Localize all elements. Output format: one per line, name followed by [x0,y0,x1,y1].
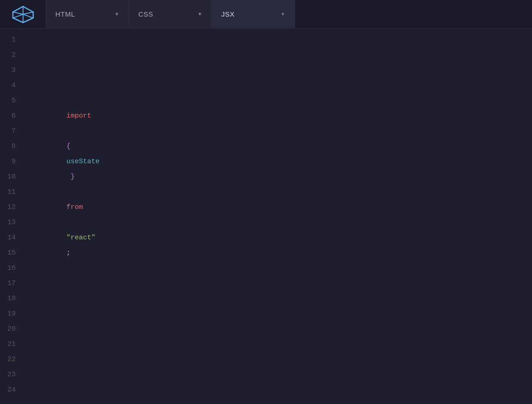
ln-7: 7 [0,124,16,139]
ln-8: 8 [0,139,16,154]
ln-19: 19 [0,306,16,321]
ln-5: 5 [0,93,16,108]
app-container: HTML ▼ CSS ▼ JSX ▼ 1 2 3 4 5 6 7 8 [0,0,532,404]
ln-6: 6 [0,108,16,124]
ln-20: 20 [0,321,16,337]
ln-11: 11 [0,184,16,200]
ln-9: 9 [0,154,16,169]
ln-21: 21 [0,337,16,352]
ln-15: 15 [0,245,16,261]
ln-18: 18 [0,291,16,306]
logo-icon [12,5,35,24]
ln-13: 13 [0,215,16,230]
ln-22: 22 [0,352,16,367]
logo-area [0,0,46,28]
tab-css-label: CSS [138,10,153,18]
ln-17: 17 [0,276,16,291]
ln-1: 1 [0,32,16,48]
ln-24: 24 [0,382,16,398]
ln-12: 12 [0,200,16,215]
tab-spacer [295,0,532,28]
ln-16: 16 [0,261,16,276]
kw-import: import [66,112,91,120]
code-line-1: import { useState } from "react" ; [23,93,532,276]
editor-area: 1 2 3 4 5 6 7 8 9 10 11 12 13 14 15 16 1… [0,29,532,404]
ln-2: 2 [0,48,16,63]
ln-14: 14 [0,230,16,245]
tab-html-arrow[interactable]: ▼ [115,12,119,17]
ln-23: 23 [0,367,16,382]
code-container[interactable]: 1 2 3 4 5 6 7 8 9 10 11 12 13 14 15 16 1… [0,29,532,404]
ln-3: 3 [0,63,16,78]
tab-jsx-label: JSX [221,10,235,18]
ln-4: 4 [0,78,16,93]
tab-html-label: HTML [55,10,75,18]
ln-10: 10 [0,169,16,184]
tab-jsx-arrow[interactable]: ▼ [281,12,285,17]
tab-css[interactable]: CSS ▼ [129,0,212,28]
code-editor[interactable]: import { useState } from "react" ; /** [23,29,532,404]
tab-html[interactable]: HTML ▼ [46,0,129,28]
line-numbers: 1 2 3 4 5 6 7 8 9 10 11 12 13 14 15 16 1… [0,29,23,404]
tab-bar: HTML ▼ CSS ▼ JSX ▼ [0,0,532,29]
tab-css-arrow[interactable]: ▼ [198,12,202,17]
code-line-2 [23,337,532,352]
tab-jsx[interactable]: JSX ▼ [212,0,295,28]
